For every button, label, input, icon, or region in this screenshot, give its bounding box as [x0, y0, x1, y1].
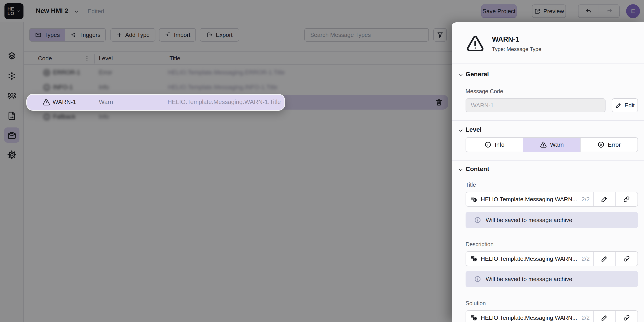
warning-icon: [466, 34, 485, 53]
chevron-down-icon[interactable]: [458, 72, 464, 78]
description-value: HELIO.Template.Messaging.WARN...: [481, 255, 580, 262]
message-code-input[interactable]: WARN-1: [466, 98, 606, 112]
level-option-info[interactable]: Info: [466, 138, 523, 152]
row-code: WARN-1: [52, 98, 76, 106]
section-content[interactable]: Content: [466, 166, 489, 173]
solution-label: Solution: [466, 300, 486, 306]
description-translation-counter: 2/2: [582, 255, 590, 262]
link-icon: [623, 314, 630, 322]
translation-icon: [470, 314, 478, 321]
level-option-warn-selected[interactable]: Warn: [523, 138, 580, 152]
level-info-label: Info: [495, 141, 504, 148]
description-archive-banner: Will be saved to message archive: [466, 271, 638, 287]
info-icon: [484, 141, 492, 148]
solution-value-field[interactable]: HELIO.Template.Messaging.WARN... 2/2: [466, 311, 593, 322]
description-link-button[interactable]: [615, 252, 638, 266]
message-type-detail-panel: WARN-1 Type: Message Type General Messag…: [452, 22, 644, 322]
description-value-field[interactable]: HELIO.Template.Messaging.WARN... 2/2: [466, 252, 593, 266]
chevron-down-icon[interactable]: [458, 167, 464, 173]
translation-icon: [470, 255, 478, 262]
spotlight-selected-row[interactable]: WARN-1 Warn HELIO.Template.Messaging.WAR…: [27, 94, 284, 110]
panel-title: WARN-1: [492, 35, 519, 44]
link-icon: [623, 196, 630, 203]
level-segmented-control: Info Warn Error: [466, 137, 638, 152]
divider: [452, 160, 644, 160]
message-code-label: Message Code: [466, 88, 503, 94]
divider: [452, 120, 644, 121]
link-icon: [623, 255, 630, 262]
row-level: Warn: [99, 98, 113, 106]
warning-icon: [42, 98, 50, 106]
translation-icon: [470, 196, 478, 203]
section-general[interactable]: General: [466, 71, 489, 78]
info-icon: [474, 276, 481, 283]
title-value-field[interactable]: HELIO.Template.Messaging.WARN... 2/2: [466, 192, 593, 206]
title-field-group: HELIO.Template.Messaging.WARN... 2/2: [466, 192, 638, 206]
title-value: HELIO.Template.Messaging.WARN...: [481, 196, 580, 203]
error-icon: [598, 141, 605, 148]
warning-icon: [540, 141, 547, 148]
description-label: Description: [466, 241, 494, 248]
app-root: HE LO New HMI 2 Edited Save Project Prev…: [0, 0, 644, 322]
solution-translation-counter: 2/2: [582, 314, 590, 321]
section-level[interactable]: Level: [466, 126, 482, 133]
solution-field-group: HELIO.Template.Messaging.WARN... 2/2: [466, 310, 638, 322]
info-icon: [474, 216, 481, 224]
description-field-group: HELIO.Template.Messaging.WARN... 2/2: [466, 251, 638, 266]
panel-subtitle: Type: Message Type: [492, 46, 541, 52]
edit-pencil-icon: [600, 196, 608, 203]
edit-pencil-icon: [615, 102, 622, 109]
banner-text: Will be saved to message archive: [486, 276, 572, 283]
chevron-down-icon[interactable]: [458, 128, 464, 134]
title-link-button[interactable]: [615, 192, 638, 206]
title-translation-counter: 2/2: [582, 196, 590, 203]
description-edit-button[interactable]: [593, 252, 615, 266]
edit-pencil-icon: [600, 314, 608, 322]
title-archive-banner: Will be saved to message archive: [466, 212, 638, 228]
level-warn-label: Warn: [550, 141, 564, 148]
divider: [452, 64, 644, 64]
solution-value: HELIO.Template.Messaging.WARN...: [481, 314, 580, 321]
edit-pencil-icon: [600, 255, 608, 262]
row-title: HELIO.Template.Messaging.WARN-1.Title: [168, 98, 281, 106]
title-edit-button[interactable]: [593, 192, 615, 206]
level-error-label: Error: [608, 141, 621, 148]
solution-edit-button[interactable]: [593, 311, 615, 322]
edit-code-button[interactable]: Edit: [612, 98, 638, 112]
level-option-error[interactable]: Error: [580, 138, 638, 152]
edit-label: Edit: [624, 102, 634, 109]
banner-text: Will be saved to message archive: [486, 217, 572, 224]
title-label: Title: [466, 182, 476, 188]
solution-link-button[interactable]: [615, 311, 638, 322]
